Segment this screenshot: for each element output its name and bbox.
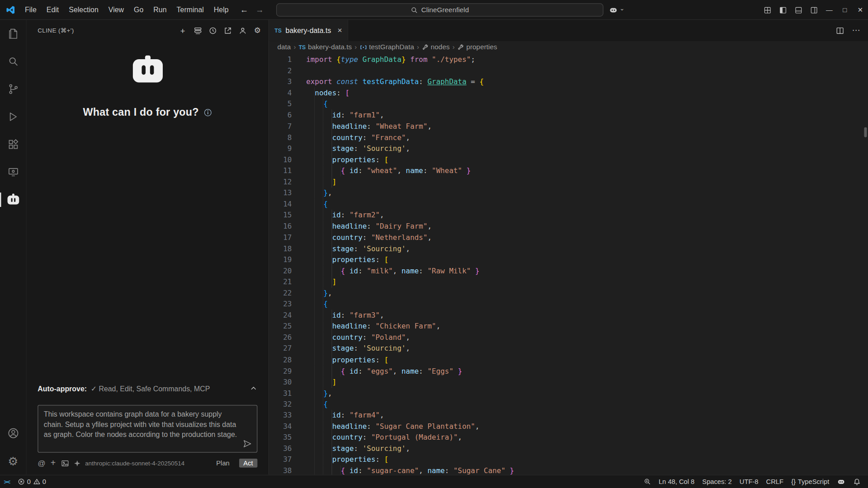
customize-layout-button[interactable]: [760, 0, 775, 20]
code-line-37[interactable]: 37 properties: [: [269, 455, 868, 466]
menu-selection[interactable]: Selection: [64, 0, 104, 19]
menu-run[interactable]: Run: [148, 0, 171, 19]
code-line-29[interactable]: 29 { id: "eggs", name: "Eggs" }: [269, 366, 868, 377]
code-line-33[interactable]: 33 id: "farm4",: [269, 410, 868, 421]
scrollbar[interactable]: [864, 127, 867, 137]
send-icon[interactable]: [243, 439, 252, 448]
code-line-35[interactable]: 35 country: "Portugal (Madeira)",: [269, 432, 868, 444]
minimize-button[interactable]: —: [821, 0, 837, 20]
mcp-servers-icon[interactable]: [193, 26, 202, 35]
code-line-38[interactable]: 38 { id: "sugar-cane", name: "Sugar Cane…: [269, 465, 868, 474]
notifications-bell[interactable]: [849, 475, 864, 488]
cursor-position[interactable]: Ln 48, Col 8: [655, 475, 698, 488]
problems-indicator[interactable]: 0 0: [14, 475, 50, 488]
language-mode[interactable]: {} TypeScript: [788, 475, 833, 488]
copilot-status[interactable]: [833, 475, 849, 488]
tab-close-icon[interactable]: ✕: [337, 27, 342, 34]
toggle-secondary-sidebar-button[interactable]: [806, 0, 821, 20]
code-line-20[interactable]: 20 { id: "milk", name: "Raw Milk" }: [269, 265, 868, 277]
settings-icon[interactable]: ⚙: [253, 26, 262, 35]
code-line-10[interactable]: 10 properties: [: [269, 154, 868, 165]
code-line-14[interactable]: 14 {: [269, 199, 868, 210]
code-line-8[interactable]: 8 country: "France",: [269, 132, 868, 143]
chevron-up-icon[interactable]: [250, 385, 257, 392]
code-line-11[interactable]: 11 { id: "wheat", name: "Wheat" }: [269, 165, 868, 177]
code-line-28[interactable]: 28 properties: [: [269, 354, 868, 366]
close-button[interactable]: ✕: [853, 0, 868, 20]
back-button[interactable]: ←: [237, 0, 251, 19]
image-icon[interactable]: [61, 459, 69, 467]
code-line-19[interactable]: 19 properties: [: [269, 254, 868, 266]
auto-approve-bar[interactable]: Auto-approve: ✓ Read, Edit, Safe Command…: [27, 380, 269, 396]
indentation-setting[interactable]: Spaces: 2: [698, 475, 736, 488]
breadcrumb-item-nodes[interactable]: nodes: [422, 43, 449, 51]
code-line-5[interactable]: 5 {: [269, 99, 868, 110]
tab-bakery-data[interactable]: TS bakery-data.ts ✕: [269, 20, 349, 41]
explorer-icon[interactable]: [0, 20, 26, 47]
code-line-30[interactable]: 30 ]: [269, 377, 868, 388]
code-line-36[interactable]: 36 stage: 'Sourcing',: [269, 443, 868, 455]
code-line-12[interactable]: 12 ]: [269, 177, 868, 188]
new-task-icon[interactable]: +: [178, 26, 187, 35]
search-view-icon[interactable]: [0, 47, 26, 75]
eol-setting[interactable]: CRLF: [762, 475, 788, 488]
copilot-menu[interactable]: ⌄: [609, 0, 625, 19]
code-line-4[interactable]: 4 nodes: [: [269, 88, 868, 99]
code-line-23[interactable]: 23 {: [269, 299, 868, 310]
code-line-6[interactable]: 6 id: "farm1",: [269, 110, 868, 121]
code-line-26[interactable]: 26 country: "Poland",: [269, 332, 868, 343]
mention-icon[interactable]: @: [38, 459, 45, 468]
cline-view-icon[interactable]: [0, 186, 26, 213]
accounts-icon[interactable]: [0, 419, 26, 447]
code-line-27[interactable]: 27 stage: 'Sourcing',: [269, 343, 868, 355]
menu-edit[interactable]: Edit: [42, 0, 64, 19]
zoom-indicator[interactable]: [640, 475, 655, 488]
code-line-17[interactable]: 17 country: "Netherlands",: [269, 232, 868, 244]
account-icon[interactable]: [238, 26, 247, 35]
menu-view[interactable]: View: [104, 0, 129, 19]
command-center-search[interactable]: ClineGreenfield: [276, 3, 604, 16]
plan-mode-toggle[interactable]: Plan: [216, 459, 229, 467]
code-line-3[interactable]: 3export const testGraphData: GraphData =…: [269, 76, 868, 88]
menu-file[interactable]: File: [20, 0, 42, 19]
extensions-icon[interactable]: [0, 131, 26, 158]
menu-go[interactable]: Go: [129, 0, 148, 19]
code-line-16[interactable]: 16 headline: "Dairy Farm",: [269, 221, 868, 232]
code-line-9[interactable]: 9 stage: 'Sourcing',: [269, 143, 868, 155]
toggle-primary-sidebar-button[interactable]: [775, 0, 790, 20]
info-icon[interactable]: [204, 108, 212, 116]
code-line-34[interactable]: 34 headline: "Sugar Cane Plantation",: [269, 421, 868, 432]
maximize-button[interactable]: □: [837, 0, 852, 20]
model-selector[interactable]: anthropic:claude-sonnet-4-20250514: [85, 460, 184, 467]
code-line-7[interactable]: 7 headline: "Wheat Farm",: [269, 121, 868, 132]
menu-help[interactable]: Help: [209, 0, 234, 19]
history-icon[interactable]: [208, 26, 217, 35]
code-line-22[interactable]: 22 },: [269, 288, 868, 299]
menu-terminal[interactable]: Terminal: [172, 0, 209, 19]
forward-button[interactable]: →: [252, 0, 267, 19]
source-control-icon[interactable]: [0, 75, 26, 103]
breadcrumb-item-data[interactable]: data: [277, 43, 291, 51]
remote-indicator[interactable]: ><: [0, 475, 14, 488]
code-line-18[interactable]: 18 stage: 'Sourcing',: [269, 243, 868, 254]
breadcrumb-item-testgraphdata[interactable]: testGraphData: [360, 43, 414, 51]
more-actions-icon[interactable]: ⋯: [852, 25, 860, 35]
breadcrumb-item-properties[interactable]: properties: [458, 43, 497, 51]
add-context-icon[interactable]: +: [51, 458, 56, 468]
code-line-31[interactable]: 31 },: [269, 388, 868, 399]
encoding-setting[interactable]: UTF-8: [736, 475, 762, 488]
code-line-32[interactable]: 32 {: [269, 399, 868, 410]
code-line-1[interactable]: 1import {type GraphData} from "./types";: [269, 54, 868, 66]
chat-input[interactable]: This workspace contains graph data for a…: [38, 406, 257, 452]
code-line-13[interactable]: 13 },: [269, 188, 868, 199]
remote-explorer-icon[interactable]: [0, 158, 26, 186]
code-line-21[interactable]: 21 ]: [269, 277, 868, 288]
run-debug-icon[interactable]: [0, 103, 26, 131]
act-mode-toggle[interactable]: Act: [239, 459, 258, 468]
code-line-24[interactable]: 24 id: "farm3",: [269, 310, 868, 321]
open-in-editor-icon[interactable]: [223, 26, 232, 35]
code-line-15[interactable]: 15 id: "farm2",: [269, 210, 868, 221]
toggle-panel-button[interactable]: [791, 0, 806, 20]
settings-icon[interactable]: ⚙: [0, 447, 26, 474]
code-editor[interactable]: 1import {type GraphData} from "./types";…: [269, 53, 868, 475]
